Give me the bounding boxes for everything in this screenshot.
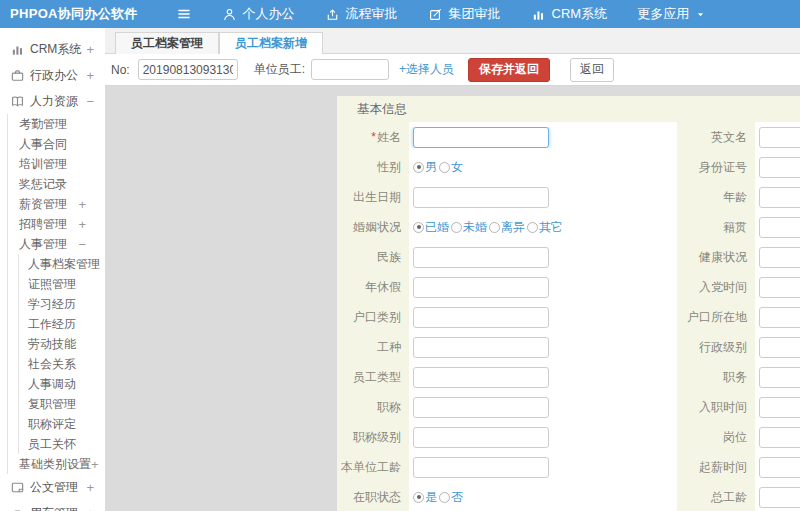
flow-icon (325, 7, 340, 22)
topnav-item-group-approval[interactable]: 集团审批 (428, 5, 501, 23)
birth-date-input[interactable] (413, 187, 549, 208)
salary-start-date-input[interactable] (759, 457, 800, 478)
sidebar-item-admin-office[interactable]: 行政办公+ (0, 62, 105, 88)
post-input[interactable] (759, 427, 800, 448)
expand-icon[interactable]: + (86, 69, 105, 82)
field-area-ethnicity (409, 247, 677, 268)
radio-option-marital-status-married[interactable]: 已婚 (413, 219, 449, 236)
topnav-item-workflow-approval[interactable]: 流程审批 (325, 5, 398, 23)
sidebar-item-labor-skills[interactable]: 劳动技能 (19, 334, 105, 354)
tab-employee-archive-new[interactable]: 员工档案新增 (219, 32, 323, 54)
native-place-input[interactable] (759, 217, 800, 238)
english-name-input[interactable] (759, 127, 800, 148)
radio-option-gender-male[interactable]: 男 (413, 159, 437, 176)
sidebar-item-personnel[interactable]: 人事管理− (8, 234, 105, 254)
expand-icon[interactable]: + (86, 481, 105, 494)
field-area-position (755, 367, 800, 388)
sidebar-item-employee-care[interactable]: 员工关怀 (19, 434, 105, 454)
sidebar-item-human-resources[interactable]: 人力资源− (0, 88, 105, 114)
sidebar-item-label: 职称评定 (28, 416, 76, 433)
sidebar-item-social-relations[interactable]: 社会关系 (19, 354, 105, 374)
topbar: PHPOA协同办公软件 个人办公流程审批集团审批CRM系统更多应用 (0, 0, 800, 28)
position-input[interactable] (759, 367, 800, 388)
age-input[interactable] (759, 187, 800, 208)
sidebar-item-vehicle-mgmt[interactable]: 用车管理+ (0, 500, 105, 511)
sidebar-item-attendance[interactable]: 考勤管理 (8, 114, 105, 134)
total-seniority-input[interactable] (759, 487, 800, 508)
unit-employee-input[interactable] (311, 59, 389, 80)
back-button[interactable]: 返回 (570, 58, 614, 82)
radio-option-gender-female[interactable]: 女 (439, 159, 463, 176)
radio-option-marital-status-other[interactable]: 其它 (527, 219, 563, 236)
name-input[interactable] (413, 127, 549, 148)
sidebar-item-reward-punishment[interactable]: 奖惩记录 (8, 174, 105, 194)
sidebar-item-document-mgmt[interactable]: 公文管理+ (0, 474, 105, 500)
document-icon (10, 480, 25, 495)
expand-icon[interactable]: + (91, 458, 105, 471)
annual-leave-input[interactable] (413, 277, 549, 298)
field-label-post: 岗位 (677, 422, 755, 452)
sidebar-item-work-history[interactable]: 工作经历 (19, 314, 105, 334)
admin-level-input[interactable] (759, 337, 800, 358)
radio-option-employment-status-no[interactable]: 否 (439, 489, 463, 506)
field-label-hire-date: 入职时间 (677, 392, 755, 422)
topnav-item-more-apps[interactable]: 更多应用 (637, 5, 706, 23)
field-label-company-seniority: 本单位工龄 (337, 452, 409, 482)
ethnicity-input[interactable] (413, 247, 549, 268)
sidebar: CRM系统+行政办公+人力资源−考勤管理人事合同培训管理奖惩记录薪资管理+招聘管… (0, 28, 105, 511)
sidebar-item-certificates[interactable]: 证照管理 (19, 274, 105, 294)
unit-employee-label: 单位员工: (254, 61, 305, 78)
select-person-link[interactable]: +选择人员 (399, 61, 454, 78)
save-and-return-button[interactable]: 保存并返回 (468, 58, 550, 82)
sidebar-item-personnel-transfer[interactable]: 人事调动 (19, 374, 105, 394)
no-input[interactable] (138, 59, 238, 80)
person-icon (222, 7, 237, 22)
hire-date-input[interactable] (759, 397, 800, 418)
hamburger-icon[interactable] (176, 6, 192, 22)
sidebar-submenu: 人事档案管理证照管理学习经历工作经历劳动技能社会关系人事调动复职管理职称评定员工… (18, 254, 105, 454)
radio-icon (527, 222, 538, 233)
radio-option-marital-status-divorced[interactable]: 离异 (489, 219, 525, 236)
expand-icon[interactable]: + (86, 43, 105, 56)
field-area-name (409, 127, 677, 148)
sidebar-item-recruitment[interactable]: 招聘管理+ (8, 214, 105, 234)
form-row: 在职状态是否总工龄 (337, 482, 800, 511)
employee-type-input[interactable] (413, 367, 549, 388)
id-number-input[interactable] (759, 157, 800, 178)
field-area-company-seniority (409, 457, 677, 478)
sidebar-item-salary[interactable]: 薪资管理+ (8, 194, 105, 214)
company-seniority-input[interactable] (413, 457, 549, 478)
household-location-input[interactable] (759, 307, 800, 328)
sidebar-item-crm[interactable]: CRM系统+ (0, 36, 105, 62)
collapse-icon[interactable]: − (78, 238, 105, 251)
topnav-item-crm-system[interactable]: CRM系统 (531, 5, 608, 23)
sidebar-item-education-history[interactable]: 学习经历 (19, 294, 105, 314)
sidebar-item-hr-contract[interactable]: 人事合同 (8, 134, 105, 154)
title-level-input[interactable] (413, 427, 549, 448)
radio-option-employment-status-yes[interactable]: 是 (413, 489, 437, 506)
sidebar-item-label: 薪资管理 (19, 196, 67, 213)
collapse-icon[interactable]: − (86, 95, 105, 108)
expand-icon[interactable]: + (86, 507, 105, 511)
radio-icon (439, 492, 450, 503)
expand-icon[interactable]: + (78, 198, 105, 211)
job-title-input[interactable] (413, 397, 549, 418)
sidebar-item-title-evaluation[interactable]: 职称评定 (19, 414, 105, 434)
job-type-input[interactable] (413, 337, 549, 358)
expand-icon[interactable]: + (78, 218, 105, 231)
household-type-input[interactable] (413, 307, 549, 328)
field-area-health-status (755, 247, 800, 268)
tab-employee-archive-mgmt[interactable]: 员工档案管理 (115, 32, 219, 54)
sidebar-item-base-category-settings[interactable]: 基础类别设置+ (8, 454, 105, 474)
topnav-item-personal-office[interactable]: 个人办公 (222, 5, 295, 23)
sidebar-item-training[interactable]: 培训管理 (8, 154, 105, 174)
health-status-input[interactable] (759, 247, 800, 268)
sidebar-item-personnel-archive[interactable]: 人事档案管理 (19, 254, 105, 274)
field-area-marital-status: 已婚未婚离异其它 (409, 219, 677, 236)
sidebar-item-label: 人事管理 (19, 236, 67, 253)
sidebar-item-reinstatement[interactable]: 复职管理 (19, 394, 105, 414)
basic-info-panel: 基本信息 *姓名英文名性别男女身份证号出生日期年龄婚姻状况已婚未婚离异其它籍贯民… (337, 96, 800, 511)
radio-option-marital-status-unmarried[interactable]: 未婚 (451, 219, 487, 236)
form-row: 工种行政级别 (337, 332, 800, 362)
party-join-date-input[interactable] (759, 277, 800, 298)
